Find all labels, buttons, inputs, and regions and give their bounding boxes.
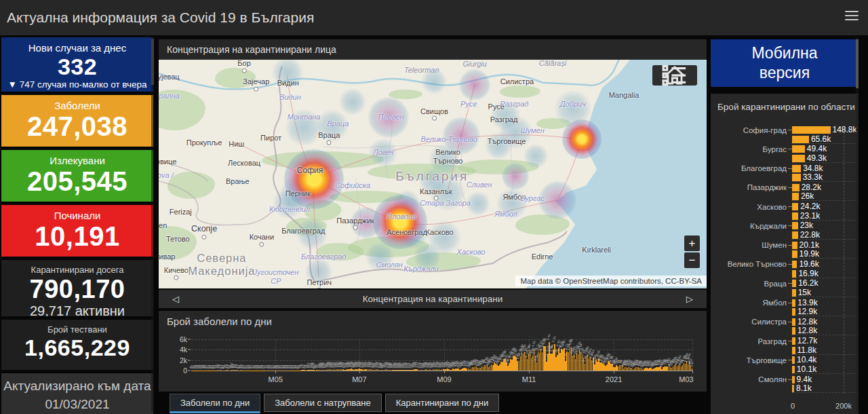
- right-scrollbar[interactable]: [856, 37, 859, 412]
- y-tick-label: 6k: [168, 335, 187, 343]
- region-bar-area: 13.9k: [792, 299, 857, 307]
- region-row: 33.3k: [711, 174, 857, 183]
- region-row: Ямбол13.9k: [711, 299, 857, 307]
- mobile-version-button[interactable]: Мобилна версия: [711, 39, 859, 87]
- region-row: Хасково24.2k: [711, 202, 857, 211]
- stat-card-new-cases: Нови случаи за днес332▼ 747 случая по-ма…: [1, 37, 153, 92]
- zoom-out-button[interactable]: −: [684, 252, 700, 268]
- region-bar: [792, 280, 796, 287]
- region-bar-area: 49.4k: [792, 145, 857, 153]
- region-label: Смолян: [711, 375, 787, 383]
- tab-daily[interactable]: Заболели по дни: [170, 394, 260, 413]
- region-bar: [792, 165, 801, 172]
- daily-cases-panel: Брой заболели по дни 6k4k2k0M05M07M09M11…: [159, 311, 707, 392]
- region-value: 10.1k: [797, 365, 816, 374]
- region-row: 12.9k: [711, 308, 857, 317]
- region-label: Силистра: [711, 318, 787, 326]
- stat-card-value: 247,038: [1, 111, 153, 141]
- region-bar: [792, 212, 798, 220]
- legend-list-icon[interactable]: [675, 67, 694, 84]
- region-borders: [323, 115, 515, 243]
- region-bar-area: 23.1k: [792, 212, 857, 221]
- region-row: 16.9k: [711, 269, 857, 278]
- stat-card-infected: Заболели247,038: [1, 95, 153, 147]
- region-value: 24.2k: [800, 202, 820, 211]
- stat-card-title: Излекувани: [1, 150, 153, 166]
- quarantine-heatmap[interactable]: рагујевацБорЗајечарВидинВидинентралнаTel…: [159, 60, 707, 288]
- region-row: Благоевград34.8k: [711, 164, 857, 173]
- map-toolbar: [652, 65, 697, 86]
- region-row: Пазарджик28.2k: [711, 183, 857, 192]
- region-bar: [792, 356, 795, 364]
- left-scrollbar[interactable]: [151, 37, 154, 412]
- region-label: София-град: [711, 126, 787, 134]
- region-bar: [792, 270, 796, 278]
- region-bar-area: 22.8k: [792, 231, 857, 240]
- chart-gridline: [191, 339, 693, 340]
- y-tick-label: 2k: [168, 356, 187, 364]
- region-value: 22.8k: [800, 231, 820, 240]
- region-bar-area: 10.1k: [792, 366, 857, 374]
- region-bar-area: 15k: [792, 289, 857, 297]
- x-tick-label: M05: [269, 375, 283, 383]
- region-row: 15k: [711, 288, 857, 297]
- region-value: 11.8k: [797, 346, 816, 355]
- y-tick: [188, 350, 191, 350]
- map-carousel: ◁ Концентрация на карантинирани ▷: [159, 290, 707, 308]
- map-panel: Концентрация на карантинирани лица рагуј…: [159, 39, 707, 308]
- tab-quarantined[interactable]: Карантинирани по дни: [385, 394, 500, 412]
- region-label: Велико Търново: [711, 260, 787, 268]
- region-label: Благоевград: [711, 164, 787, 172]
- region-bar-area: 20.1k: [792, 242, 857, 249]
- region-row: 65.6k: [711, 135, 857, 144]
- danube-river: [159, 60, 619, 90]
- stat-card-updated: Актуализирано към дата01/03/2021: [1, 373, 153, 414]
- page-title: Актуална информация за Covid 19 в Българ…: [7, 0, 314, 35]
- region-row: Търговище10.4k: [711, 356, 857, 364]
- region-row: Разград12.7k: [711, 337, 857, 345]
- neighbor-borders: [159, 160, 279, 225]
- region-row: 22.8k: [711, 231, 857, 240]
- carousel-next-icon[interactable]: ▷: [686, 290, 693, 308]
- region-value: 13.9k: [797, 299, 817, 307]
- stat-card-title: Карантинирани досега: [1, 260, 153, 275]
- region-row: Бургас49.4k: [711, 145, 857, 153]
- region-row: Велико Търново19.6k: [711, 260, 857, 269]
- daily-bar-label: 4.6k: [568, 338, 574, 345]
- x-tick-label: M03: [679, 375, 693, 383]
- region-bar: [792, 261, 797, 268]
- chart-gridline: [191, 350, 693, 350]
- region-value: 28.2k: [802, 183, 821, 192]
- map-zoom-controls: + −: [684, 236, 700, 268]
- region-row: 12.8k: [711, 327, 857, 336]
- stat-card-delta: ▼ 747 случая по-малко от вчера: [1, 79, 153, 90]
- region-row: 11.8k: [711, 346, 857, 355]
- region-value: 16.9k: [798, 269, 818, 278]
- region-value: 8.1k: [796, 384, 812, 393]
- region-bar: [792, 376, 795, 383]
- region-axis-0: 0: [791, 402, 795, 410]
- map-lines: [159, 60, 707, 288]
- region-value: 12.8k: [797, 318, 817, 326]
- region-bar: [792, 231, 798, 239]
- tab-cumulative[interactable]: Заболели с натрупване: [264, 394, 382, 412]
- region-chart-title: Брой карантинирани по области: [711, 94, 859, 117]
- chart-x-axis: [191, 371, 693, 371]
- mobile-version-label: Мобилна версия: [741, 43, 829, 83]
- region-bar-area: 19.6k: [792, 261, 857, 268]
- region-label: Враца: [711, 280, 787, 288]
- region-bar: [792, 289, 796, 297]
- stat-card-tested: Брой тествани1,665,229: [1, 320, 153, 370]
- hamburger-menu-icon[interactable]: [845, 11, 859, 22]
- stat-card-title: Починали: [1, 205, 153, 221]
- region-row: Враца16.2k: [711, 279, 857, 288]
- region-bar-area: 24.2k: [792, 203, 857, 210]
- zoom-in-button[interactable]: +: [684, 236, 700, 251]
- region-row: 19.9k: [711, 250, 857, 259]
- region-value: 12.8k: [797, 326, 817, 335]
- region-bar: [792, 222, 798, 229]
- country-border: [273, 67, 567, 282]
- x-tick: [444, 371, 445, 373]
- app-header: Актуална информация за Covid 19 в Българ…: [0, 0, 868, 37]
- x-tick: [275, 371, 276, 373]
